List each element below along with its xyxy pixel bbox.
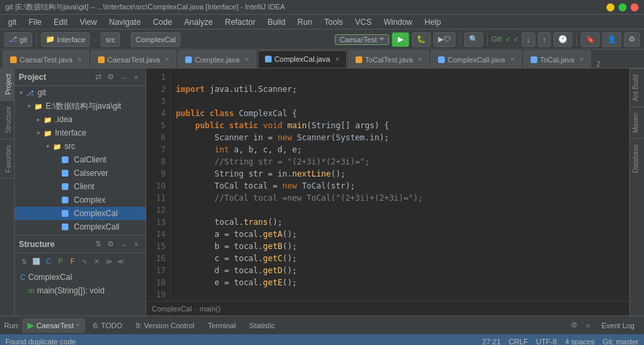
menu-window[interactable]: Window [378,16,418,28]
struct-btn-8[interactable]: ≫ [103,256,114,266]
bookmark-button[interactable]: 🔖 [581,32,600,47]
status-crlf[interactable]: CRLF [508,338,528,345]
menu-vcs[interactable]: VCS [350,16,377,28]
tree-item-git[interactable]: ▾ ⎇ git [15,86,146,99]
left-tab-favorites[interactable]: Favorites [0,140,14,179]
tab-close-6[interactable]: × [511,56,515,63]
run-tab-eventlog[interactable]: Event Log [596,318,640,333]
project-sync-icon[interactable]: ⇄ [93,72,103,83]
maximize-button[interactable] [619,3,627,11]
profile-button[interactable]: 👤 [602,32,621,47]
tree-item-complexcall[interactable]: ▸ ComplexCall [15,220,146,234]
tree-item-complex[interactable]: ▸ Complex [15,193,146,207]
git-history[interactable]: 🕐 [553,32,572,47]
src-btn[interactable]: src [101,32,120,47]
status-line-col[interactable]: 27:21 [482,338,501,345]
search-button[interactable]: 🔍 [464,32,483,47]
menu-navigate[interactable]: Navigate [104,16,146,28]
run-tab-caesartest[interactable]: ▶ CaesarTest × [22,318,85,333]
structure-close-icon[interactable]: × [131,239,142,250]
menu-tools[interactable]: Tools [319,16,348,28]
right-tab-database[interactable]: Database [630,138,644,179]
tab-tocaltest[interactable]: ToCalTest.java × [348,50,429,68]
menu-build[interactable]: Build [262,16,291,28]
menu-file[interactable]: File [23,16,47,28]
tab-complexjava[interactable]: Complex.java × [178,50,256,68]
status-indent[interactable]: 4 spaces [565,338,594,345]
menu-help[interactable]: Help [419,16,447,28]
status-git-branch[interactable]: Git: master [602,338,639,345]
run-button[interactable]: ▶ [392,32,409,47]
struct-btn-7[interactable]: ✕ [91,256,102,266]
struct-item-main[interactable]: m main(String[]): void [15,284,146,297]
tree-item-root[interactable]: ▾ 📁 E:\数据结构与java\git [15,99,146,113]
run-tab-terminal[interactable]: Terminal [203,318,241,333]
project-close-icon[interactable]: × [131,72,142,83]
run-tab-version[interactable]: 9: Version Control [130,318,199,333]
left-tab-project[interactable]: Project [0,68,14,101]
tab-close-4[interactable]: × [335,56,339,63]
structure-hide-icon[interactable]: – [118,239,129,250]
menu-view[interactable]: View [74,16,103,28]
tab-caesarjava-1[interactable]: CaesarTest.java × [3,50,89,68]
status-encoding[interactable]: UTF-8 [536,338,557,345]
tree-item-src[interactable]: ▾ 📁 src [15,140,146,153]
tab-close-5[interactable]: × [418,56,422,63]
git-push[interactable]: ↑ [538,32,551,47]
tree-item-client[interactable]: ▸ Client [15,180,146,193]
tab-close-7[interactable]: × [580,56,584,63]
tab-complexcaljava[interactable]: ComplexCal.java × [258,50,347,68]
structure-settings-icon[interactable]: ⚙ [105,239,116,250]
tree-item-calserver[interactable]: ▸ Calserver [15,166,146,180]
tab-overflow-count[interactable]: 2 [596,57,600,68]
tree-item-interface[interactable]: ▾ 📁 Interface [15,126,146,140]
tree-item-idea[interactable]: ▸ 📁 .idea [15,113,146,126]
menu-git[interactable]: git [3,16,22,28]
caesartest-run-config[interactable]: CaesarTest [335,34,389,45]
debug-button[interactable]: 🐛 [412,32,431,47]
run-bar-close[interactable]: × [582,320,593,331]
menu-analyze[interactable]: Analyze [179,16,219,28]
struct-btn-6[interactable]: ∿ [79,256,90,266]
struct-btn-3[interactable]: C [43,256,54,266]
run-tab-close[interactable]: × [76,322,80,329]
run-tab-todo[interactable]: 6: TODO [88,318,128,333]
minimize-button[interactable] [606,3,614,11]
complexcal-btn[interactable]: ComplexCal [131,32,180,47]
project-hide-icon[interactable]: – [118,72,129,83]
menu-code[interactable]: Code [148,16,178,28]
struct-btn-1[interactable]: ⇅ [19,256,30,266]
run-bar-settings[interactable]: ⚙ [569,320,580,331]
menu-run[interactable]: Run [292,16,317,28]
breadcrumb-complexcal[interactable]: ComplexCal [152,305,192,313]
struct-btn-4[interactable]: P [55,256,66,266]
run-with-coverage[interactable]: ▶🛡 [433,32,455,47]
right-tab-maven[interactable]: Maven [630,107,644,138]
right-tab-antbuild[interactable]: Ant Build [630,68,644,107]
struct-item-complexcal[interactable]: C ComplexCal [15,270,146,284]
tab-caesartestjava[interactable]: CaesarTest.java × [91,50,177,68]
left-tab-structure[interactable]: Structure [0,101,14,140]
tab-complexcall[interactable]: ComplexCall.java × [431,50,521,68]
close-button[interactable] [631,3,639,11]
menu-refactor[interactable]: Refactor [219,16,260,28]
struct-btn-5[interactable]: F [67,256,78,266]
tab-close-3[interactable]: × [245,56,249,63]
run-tab-statistic[interactable]: Statistic [244,318,280,333]
code-editor[interactable]: import java.util.Scanner; public class C… [170,68,629,301]
tree-item-calclient[interactable]: ▸ CalClient [15,153,146,166]
structure-sort-icon[interactable]: ⇅ [93,239,103,250]
breadcrumb-main[interactable]: main() [200,305,221,313]
struct-btn-2[interactable]: 🔢 [31,256,42,266]
git-toolbar-btn[interactable]: ⎇ git [4,32,32,47]
git-update[interactable]: ↓ [522,32,535,47]
interface-btn[interactable]: 📁 Interface [41,32,91,47]
project-gear-icon[interactable]: ⚙ [105,72,116,83]
tab-close-2[interactable]: × [166,56,170,63]
tab-tocal[interactable]: ToCal.java × [523,50,591,68]
struct-btn-9[interactable]: ≪ [115,256,126,266]
tree-item-complexcal[interactable]: ▸ ComplexCal [15,207,146,220]
tab-close-1[interactable]: × [78,56,82,63]
settings-button[interactable]: ⚙ [624,32,640,47]
menu-edit[interactable]: Edit [48,16,73,28]
